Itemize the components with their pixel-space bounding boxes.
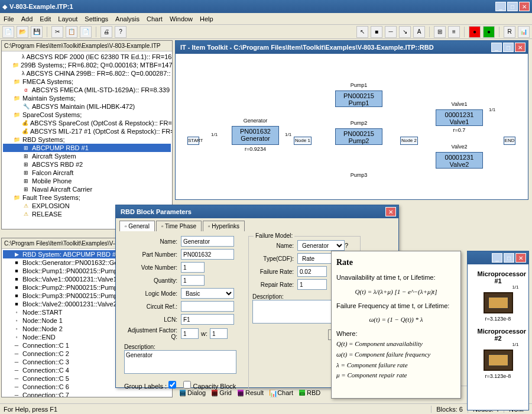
- node-1[interactable]: Node 1: [294, 137, 312, 145]
- menu-add[interactable]: Add: [21, 15, 33, 22]
- dialog-title: RBD Block Parameters: [118, 208, 385, 215]
- block-valve2[interactable]: 00001231Valve2: [436, 152, 483, 169]
- tree-item[interactable]: ⊞Mobile Phone: [3, 177, 171, 185]
- tree-item[interactable]: 📁Fault Tree Systems;: [3, 193, 171, 202]
- micro-close[interactable]: ✕: [515, 253, 526, 263]
- text-icon[interactable]: A: [413, 26, 425, 38]
- tree-item[interactable]: λABCSYS RDF 2000 (IEC 62380 TR Ed.1):: F…: [3, 53, 171, 61]
- tab-general[interactable]: ▫ General: [119, 221, 155, 231]
- menu-settings[interactable]: Settings: [85, 15, 108, 22]
- tree-icon: ─: [12, 375, 21, 382]
- block-generator[interactable]: PN001632 Generator: [232, 126, 279, 145]
- tree-icon: ⊞: [22, 186, 30, 193]
- micro-max[interactable]: □: [504, 253, 514, 263]
- tree-item[interactable]: 📁RBD Systems;: [3, 135, 171, 144]
- rbd-min-button[interactable]: _: [491, 43, 502, 52]
- chip-icon: [484, 292, 513, 313]
- rbd-canvas[interactable]: START Generator PN001632 Generator r=0.9…: [176, 54, 528, 199]
- block-icon[interactable]: ■: [371, 26, 382, 38]
- chart-tool-icon[interactable]: 📊: [518, 26, 530, 38]
- cut-icon[interactable]: ✂: [51, 26, 63, 38]
- line-icon[interactable]: ─: [385, 26, 397, 38]
- menu-file[interactable]: File: [4, 15, 14, 22]
- q-field[interactable]: [181, 328, 199, 339]
- main-title: V-803-Example.ITP:1: [7, 3, 495, 10]
- gen-label: Generator: [232, 118, 279, 124]
- tree-item[interactable]: 💰ABCSYS SpareCost (OptCost & Repstock)::…: [3, 119, 171, 127]
- tree-item[interactable]: 💰ABCSYS MIL-217 #1 (OptCost & Repstock):…: [3, 127, 171, 135]
- project-tree[interactable]: λABCSYS RDF 2000 (IEC 62380 TR Ed.1):: F…: [2, 51, 172, 229]
- green-icon[interactable]: ●: [483, 26, 495, 38]
- qty-field[interactable]: [181, 275, 205, 286]
- logic-select[interactable]: Basic: [181, 288, 234, 299]
- tree-item[interactable]: ⊞ABCPUMP RBD #1: [3, 144, 171, 152]
- connect-icon[interactable]: ↘: [399, 26, 411, 38]
- tree-icon: λ: [22, 53, 25, 60]
- help-icon[interactable]: ?: [345, 242, 348, 249]
- red-icon[interactable]: ●: [469, 26, 481, 38]
- node-end[interactable]: END: [504, 137, 515, 145]
- tab-time-phase[interactable]: ▫ Time Phase: [156, 221, 202, 231]
- tree-item[interactable]: 📁299B Systems;; FR=6.802; Q=0.000163; MT…: [3, 61, 171, 69]
- pn-field[interactable]: [181, 249, 234, 260]
- help-icon[interactable]: ?: [115, 26, 126, 38]
- node-start[interactable]: START: [187, 137, 199, 145]
- tree-item[interactable]: 📁FMECA Systems;: [3, 77, 171, 86]
- status-blocks: Blocks: 6: [431, 406, 468, 413]
- block-valve1[interactable]: 00001231Valve1: [436, 109, 483, 126]
- frate-field[interactable]: [297, 266, 327, 277]
- block-pump1[interactable]: PN000215Pump1: [335, 90, 382, 107]
- menu-edit[interactable]: Edit: [40, 15, 51, 22]
- menu-window[interactable]: Window: [170, 15, 193, 22]
- name-field[interactable]: [181, 236, 234, 247]
- tree-icon: 📁: [12, 194, 21, 201]
- print-icon[interactable]: 🖨: [100, 26, 112, 38]
- tree-item[interactable]: λABCSYS CHINA 299B:: FR=6.802:: Q=0.0002…: [3, 69, 171, 77]
- tree-item[interactable]: αABCSYS FMECA (MIL-STD-1629A):: FR=8.339: [3, 86, 171, 94]
- minimize-button[interactable]: _: [495, 2, 506, 11]
- circuit-field[interactable]: [181, 301, 234, 312]
- open-icon[interactable]: 📂: [17, 26, 28, 38]
- group-checkbox[interactable]: [168, 381, 176, 389]
- menu-help[interactable]: Help: [200, 15, 213, 22]
- tree-icon: ─: [12, 392, 21, 397]
- maximize-button[interactable]: □: [507, 2, 518, 11]
- rbd-tool-icon[interactable]: R: [504, 26, 515, 38]
- rbd-close-button[interactable]: ✕: [515, 43, 525, 52]
- capacity-checkbox[interactable]: [183, 381, 191, 389]
- block-pump2[interactable]: PN000215Pump2: [335, 128, 382, 145]
- copy-icon[interactable]: 📋: [66, 26, 77, 38]
- tab-hyperlinks[interactable]: ▫ Hyperlinks: [203, 221, 245, 231]
- grid-icon[interactable]: ⊞: [434, 26, 446, 38]
- align-icon[interactable]: ≡: [448, 26, 460, 38]
- save-icon[interactable]: 💾: [31, 26, 43, 38]
- rbd-max-button[interactable]: □: [503, 43, 514, 52]
- tree-item[interactable]: ⊞ABCSYS RBD #2: [3, 160, 171, 169]
- micro-1[interactable]: Microprocessor #1 1/1 r=3.123e-8: [478, 270, 519, 322]
- w-field[interactable]: [210, 328, 228, 339]
- menu-analysis[interactable]: Analysis: [115, 15, 140, 22]
- lcn-field[interactable]: [181, 314, 234, 325]
- vote-field[interactable]: [181, 262, 205, 273]
- paste-icon[interactable]: 📄: [80, 26, 92, 38]
- tree-item[interactable]: ⊞Falcon Aircraft: [3, 169, 171, 177]
- micro-min[interactable]: _: [492, 253, 502, 263]
- pointer-icon[interactable]: ↖: [356, 26, 368, 38]
- tree-item[interactable]: 📁Maintain Systems;: [3, 94, 171, 102]
- close-button[interactable]: ✕: [519, 2, 530, 11]
- tree-icon: ◦: [12, 317, 21, 324]
- fm-name-select[interactable]: Generator: [297, 240, 345, 251]
- rrate-field[interactable]: [297, 279, 327, 290]
- desc-field[interactable]: Generator: [124, 350, 236, 374]
- menu-layout[interactable]: Layout: [58, 15, 77, 22]
- micro-2[interactable]: Microprocessor #2 1/1 r=3.123e-8: [478, 328, 519, 379]
- menubar: FileAddEditLayoutSettingsAnalysisChartWi…: [0, 13, 532, 25]
- tree-item[interactable]: 📁SpareCost Systems;: [3, 111, 171, 119]
- new-icon[interactable]: 📄: [2, 26, 14, 38]
- tree-item[interactable]: ⊞Aircraft System: [3, 152, 171, 160]
- node-2[interactable]: Node 2: [400, 137, 418, 145]
- dialog-close-button[interactable]: ✕: [385, 207, 396, 216]
- menu-chart[interactable]: Chart: [147, 15, 163, 22]
- tree-item[interactable]: ⊞Naval Aircraft Carrier: [3, 185, 171, 193]
- tree-item[interactable]: 🔧ABCSYS Maintain (MIL-HDBK-472): [3, 102, 171, 111]
